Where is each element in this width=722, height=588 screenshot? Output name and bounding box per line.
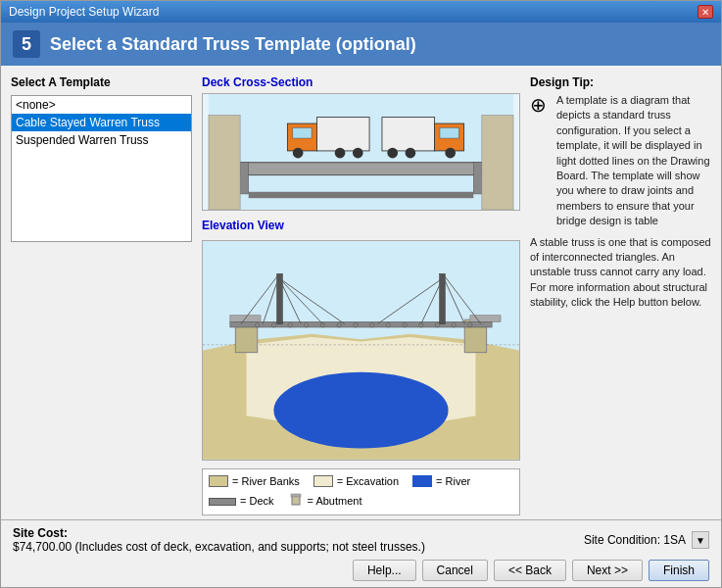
footer: Site Cost: $74,700.00 (Includes cost of … [1,519,721,587]
legend-label-excavation: = Excavation [337,475,399,487]
svg-rect-18 [482,115,513,210]
site-cost-value: $74,700.00 (Includes cost of deck, excav… [13,540,425,554]
next-button[interactable]: Next >> [572,560,643,581]
button-row: Help... Cancel << Back Next >> Finish [13,560,709,581]
design-tip-text-2: A stable truss is one that is composed o… [530,235,711,311]
svg-rect-2 [240,163,249,194]
elevation-title: Elevation View [202,219,520,232]
site-cost-row: Site Cost: $74,700.00 (Includes cost of … [13,526,709,554]
svg-rect-7 [316,118,369,151]
template-item-suspended[interactable]: Suspended Warren Truss [12,131,191,149]
svg-rect-56 [291,494,301,497]
site-cost-area: Site Cost: $74,700.00 (Includes cost of … [13,526,425,554]
cross-section-title: Deck Cross-Section [202,75,520,89]
legend-deck: = Deck [209,493,274,509]
main-content: Select A Template <none> Cable Stayed Wa… [1,66,721,519]
right-panel: Design Tip: ⊕ A template is a diagram th… [530,75,711,510]
template-item-none[interactable]: <none> [12,96,191,114]
elevation-svg [203,241,519,460]
legend-swatch-river [412,475,432,487]
compass-icon: ⊕ [530,93,547,117]
wizard-header: 5 Select a Standard Truss Template (opti… [1,23,721,66]
design-tip-text: A template is a diagram that depicts a s… [556,93,711,229]
legend-river: = River [412,475,470,487]
site-condition: Site Condition: 1SA ▼ [584,531,709,549]
legend: = River Banks = Excavation = River = Dec… [202,468,520,515]
svg-point-9 [335,148,346,159]
cross-section-svg [203,94,519,210]
svg-rect-28 [230,321,492,327]
legend-swatch-banks [209,475,228,487]
step-badge: 5 [13,30,40,58]
legend-river-banks: = River Banks [209,475,300,487]
svg-point-22 [273,372,448,449]
svg-point-14 [387,148,398,159]
wizard-title: Select a Standard Truss Template (option… [50,34,416,55]
elevation-section: Elevation View [202,219,520,461]
main-window: Design Project Setup Wizard ✕ 5 Select a… [0,0,722,588]
svg-rect-1 [240,163,482,175]
svg-rect-4 [249,192,474,198]
center-panel: Deck Cross-Section [202,75,520,510]
close-button[interactable]: ✕ [698,5,713,19]
legend-label-banks: = River Banks [232,475,300,487]
site-condition-dropdown[interactable]: ▼ [692,531,709,549]
help-button[interactable]: Help... [353,560,416,581]
back-button[interactable]: << Back [494,560,566,581]
svg-point-8 [293,148,304,159]
title-bar: Design Project Setup Wizard ✕ [1,1,721,23]
svg-rect-6 [293,127,312,138]
legend-excavation: = Excavation [313,475,399,487]
window-title: Design Project Setup Wizard [9,5,159,19]
template-item-cable-stayed[interactable]: Cable Stayed Warren Truss [12,114,191,131]
legend-swatch-deck [209,498,236,506]
template-list-title: Select A Template [11,75,192,89]
svg-rect-30 [440,273,446,323]
legend-label-deck: = Deck [240,495,274,507]
cross-section-section: Deck Cross-Section [202,75,520,211]
legend-label-abutment: = Abutment [308,495,362,507]
svg-rect-11 [382,118,435,151]
template-list[interactable]: <none> Cable Stayed Warren Truss Suspend… [11,95,192,242]
legend-abutment: = Abutment [288,493,362,509]
cross-section-diagram [202,93,520,211]
legend-swatch-abutment [288,493,304,509]
legend-label-river: = River [436,475,470,487]
svg-point-10 [353,148,363,159]
svg-rect-13 [440,127,458,138]
elevation-diagram [202,240,520,461]
design-tip-title: Design Tip: [530,75,711,89]
left-panel: Select A Template <none> Cable Stayed Wa… [11,75,192,510]
svg-rect-17 [209,115,240,210]
finish-button[interactable]: Finish [649,560,709,581]
site-condition-label: Site Condition: 1SA [584,533,686,547]
svg-rect-3 [473,163,482,194]
svg-point-16 [445,148,456,159]
cancel-button[interactable]: Cancel [422,560,488,581]
legend-swatch-excavation [313,475,333,487]
svg-point-15 [406,148,416,159]
site-cost-label: Site Cost: [13,526,68,540]
